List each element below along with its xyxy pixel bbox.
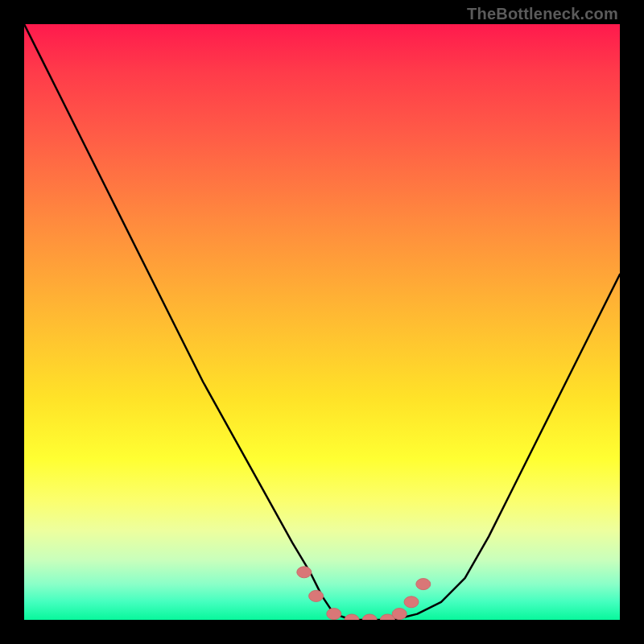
- data-marker: [392, 609, 407, 620]
- data-marker: [309, 590, 324, 601]
- data-marker: [345, 614, 359, 620]
- data-marker: [327, 609, 341, 620]
- data-marker: [404, 597, 419, 608]
- data-marker: [416, 579, 431, 590]
- data-marker: [362, 614, 377, 620]
- curve-layer: [24, 24, 620, 620]
- chart-frame: TheBottleneck.com: [0, 0, 644, 644]
- bottleneck-curve: [24, 24, 620, 620]
- attribution-label: TheBottleneck.com: [467, 5, 618, 23]
- plot-area: [24, 24, 620, 620]
- data-marker: [297, 567, 312, 578]
